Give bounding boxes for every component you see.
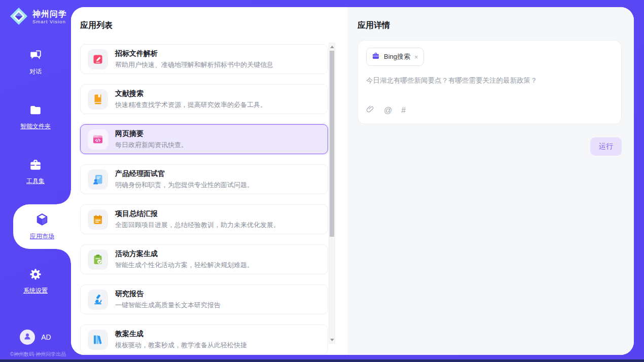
user-profile[interactable]: AD [0,330,71,345]
brand-subtitle: Smart Vision [32,19,67,25]
bubble-curve-bottom [57,249,71,263]
app-list-panel: 应用列表 招标文件解析 帮助用户快速、准确地理解和解析招标书中的关键信息 [71,7,347,355]
bid-document-icon [88,49,108,69]
app-description: 一键智能生成高质量长文本研究报告 [115,301,221,310]
app-card-literature-search[interactable]: 文献搜索 快速精准查找学术资源，提高研究效率的必备工具。 [80,84,328,114]
sidebar-item-label: 工具集 [26,177,45,186]
user-avatar-icon [23,332,32,343]
lesson-plan-icon [88,330,108,350]
web-summary-icon [88,129,108,150]
run-button[interactable]: 运行 [590,137,622,156]
mention-icon[interactable]: @ [384,106,392,115]
app-card-project-report[interactable]: 项目总结汇报 全面回顾项目进展，总结经验教训，助力未来优化发展。 [80,204,328,234]
app-description: 每日政府新闻资讯快查。 [115,140,188,150]
app-name: 教案生成 [115,330,247,339]
cube-icon [35,212,49,229]
interviewer-icon [88,169,108,190]
app-list-scrollbar[interactable] [329,43,335,344]
app-list-title: 应用列表 [80,20,347,31]
app-name: 网页摘要 [115,129,188,138]
app-card-web-summary[interactable]: 网页摘要 每日政府新闻资讯快查。 [80,124,328,154]
app-description: 全面回顾项目进展，总结经验教训，助力未来优化发展。 [115,221,280,230]
tool-tag-bing-search[interactable]: Bing搜索 × [366,48,424,66]
gear-icon [29,268,42,283]
scrollbar-thumb[interactable] [330,51,334,237]
brand-logo: 神州问学 Smart Vision [0,0,71,28]
app-card-lesson-plan[interactable]: 教案生成 模板驱动，教案秒成，教学准备从此轻松快捷 [80,324,328,354]
app-card-bid-document[interactable]: 招标文件解析 帮助用户快速、准确地理解和解析招标书中的关键信息 [80,44,328,74]
literature-search-icon [88,89,108,110]
hash-icon[interactable]: # [401,106,406,115]
app-description: 明确身份和职责，为您提供专业性的面试问题。 [115,180,254,190]
app-name: 招标文件解析 [115,49,273,58]
folder-icon [29,103,42,119]
app-description: 模板驱动，教案秒成，教学准备从此轻松快捷 [115,341,247,350]
sidebar-item-settings[interactable]: 系统设置 [0,265,71,298]
app-card-activity-plan[interactable]: 活动方案生成 智能生成个性化活动方案，轻松解决规划难题。 [80,244,328,274]
sidebar-item-app-market[interactable]: 应用市场 [13,204,71,249]
scroll-up-arrow[interactable] [329,43,335,50]
scroll-down-arrow[interactable] [329,336,335,343]
question-text: 今日湖北有哪些新闻要点？有哪些需要关注的最新政策？ [366,76,613,105]
app-description: 智能生成个性化活动方案，轻松解决规划难题。 [115,261,254,270]
content-area: 应用列表 招标文件解析 帮助用户快速、准确地理解和解析招标书中的关键信息 [71,7,634,355]
research-report-icon [88,289,108,310]
app-card-interviewer[interactable]: 产品经理面试官 明确身份和职责，为您提供专业性的面试问题。 [80,164,328,194]
app-detail-panel: 应用详情 Bing搜索 × 今日湖北有哪些新闻要点？有哪些需要关注的最新政策？ [347,7,634,355]
sidebar-item-label: 对话 [29,67,42,76]
chat-icon [29,49,42,64]
sidebar: 神州问学 Smart Vision 对话 智能文件夹 [0,0,71,362]
bubble-curve-top [57,190,71,204]
app-card-research-report[interactable]: 研究报告 一键智能生成高质量长文本研究报告 [80,284,328,314]
app-list: 招标文件解析 帮助用户快速、准确地理解和解析招标书中的关键信息 文献搜索 快速精… [80,44,328,354]
sidebar-item-label: 系统设置 [23,286,48,295]
project-report-icon [88,209,108,230]
avatar [20,330,35,345]
diamond-logo-icon [9,7,28,28]
tool-tag-label: Bing搜索 [384,52,410,61]
sidebar-item-label: 应用市场 [30,232,54,241]
input-toolbar: @ # [366,105,613,118]
attachment-icon[interactable] [366,105,375,116]
briefcase-icon [372,52,380,62]
sidebar-item-chat[interactable]: 对话 [0,46,71,79]
app-name: 项目总结汇报 [115,209,280,219]
app-name: 研究报告 [115,289,221,299]
app-description: 帮助用户快速、准确地理解和解析招标书中的关键信息 [115,60,273,69]
app-name: 文献搜索 [115,89,267,98]
brand-name: 神州问学 [32,10,67,19]
app-detail-title: 应用详情 [357,20,622,31]
run-row: 运行 [357,137,622,156]
app-description: 快速精准查找学术资源，提高研究效率的必备工具。 [115,100,267,110]
toolbox-icon [29,158,42,173]
user-name: AD [41,333,51,341]
activity-plan-icon [88,249,108,270]
tag-close-icon[interactable]: × [414,54,418,60]
sidebar-nav: 对话 智能文件夹 工具集 [0,46,71,298]
prompt-input-card[interactable]: Bing搜索 × 今日湖北有哪些新闻要点？有哪些需要关注的最新政策？ @ # [357,40,622,124]
app-name: 产品经理面试官 [115,169,254,178]
copyright-text: ©神州数码·神州问学出品 [0,351,76,358]
sidebar-item-toolset[interactable]: 工具集 [0,156,71,188]
sidebar-item-label: 智能文件夹 [20,122,51,131]
sidebar-item-smart-folder[interactable]: 智能文件夹 [0,101,71,133]
app-name: 活动方案生成 [115,249,254,259]
bottom-strip [0,359,644,362]
